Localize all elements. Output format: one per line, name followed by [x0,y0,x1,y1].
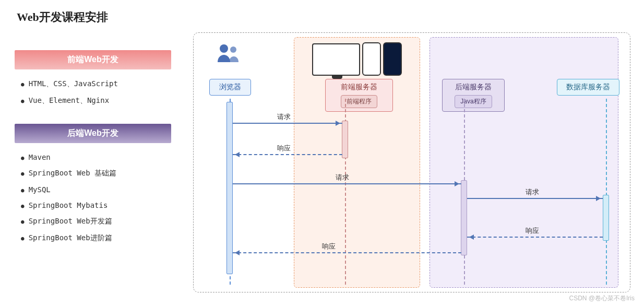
list-item: SpringBoot Web 基础篇 [21,165,171,182]
arrow-response-2 [467,237,603,238]
frontend-activation [342,121,348,158]
browser-activation [226,102,233,274]
arrow-request-3 [467,198,603,199]
phone-dark-icon [383,42,402,76]
frontend-item-list: HTML、CSS、JavaScript Vue、Element、Nginx [15,76,171,109]
frontend-program-label: 前端程序 [341,95,377,108]
devices-icon [299,39,415,76]
database-server-node: 数据库服务器 [557,79,619,96]
arrow-label: 请求 [277,112,291,122]
browser-node: 浏览器 [209,79,251,96]
list-item: SpringBoot Mybatis [21,197,171,213]
database-activation [603,195,609,241]
list-item: MySQL [21,182,171,197]
backend-server-node: 后端服务器 Java程序 [442,79,505,112]
svg-point-0 [220,44,228,53]
arrow-response-3 [233,252,461,253]
backend-program-label: Java程序 [455,95,492,108]
sequence-diagram: 浏览器 前端服务器 前端程序 后端服务器 Java程序 数据库服务器 请求 响应… [193,32,630,292]
backend-zone [430,37,618,288]
backend-item-list: Maven SpringBoot Web 基础篇 MySQL SpringBoo… [15,149,171,247]
course-sidebar: 前端Web开发 HTML、CSS、JavaScript Vue、Element、… [15,50,171,261]
list-item: SpringBoot Web开发篇 [21,213,171,230]
list-item: HTML、CSS、JavaScript [21,76,171,92]
arrow-request-2 [233,183,461,184]
arrow-request-1 [233,123,342,124]
backend-server-label: 后端服务器 [448,83,499,92]
frontend-section-header: 前端Web开发 [15,50,171,69]
list-item: SpringBoot Web进阶篇 [21,230,171,247]
page-title: Web开发课程安排 [0,0,644,25]
database-lifeline [606,99,607,285]
backend-activation [461,180,467,255]
arrow-label: 请求 [526,187,539,197]
frontend-server-label: 前端服务器 [331,83,387,92]
phone-light-icon [362,42,381,76]
users-icon [216,42,242,63]
arrow-label: 响应 [322,242,336,251]
frontend-server-node: 前端服务器 前端程序 [325,79,393,112]
svg-point-1 [230,46,236,53]
arrow-response-1 [233,154,342,155]
monitor-icon [312,43,360,76]
backend-section-header: 后端Web开发 [15,124,171,143]
list-item: Vue、Element、Nginx [21,92,171,109]
arrow-label: 请求 [336,173,349,182]
arrow-label: 响应 [526,226,539,236]
watermark: CSDN @卷心菜不卷Iris [569,294,635,303]
list-item: Maven [21,149,171,165]
arrow-label: 响应 [277,144,291,153]
